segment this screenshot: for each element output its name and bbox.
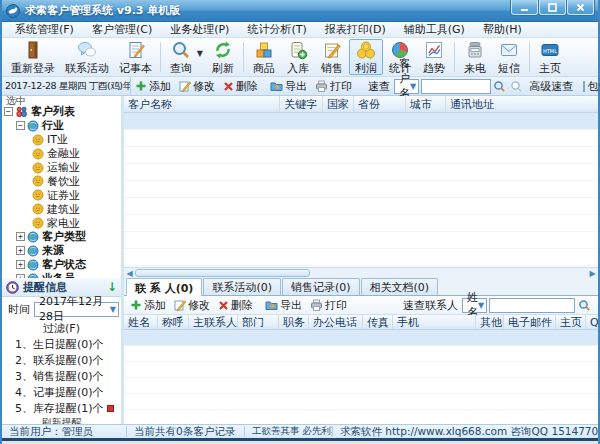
contact-table-body[interactable] [124,330,598,424]
sales-button[interactable]: 销售 [315,39,349,75]
customer-table-body[interactable] [124,113,598,267]
reminder-date-select[interactable]: 2017年12月28日 ▼ [34,302,119,317]
sms-button[interactable]: 短信 [492,39,526,75]
menu-report-print[interactable]: 报表打印(D) [316,22,395,37]
advanced-search-link[interactable]: 高级速查 [525,79,577,94]
contact-quick-search-input[interactable] [489,298,575,313]
quick-search-go-button[interactable] [491,78,508,94]
expand-icon[interactable]: + [16,260,25,269]
column-header[interactable]: 部门 [238,315,279,329]
expand-icon[interactable]: + [16,232,25,241]
incoming-call-button[interactable]: 来电 [458,39,492,75]
tree-leaf-catering[interactable]: 餐饮业 [2,174,121,188]
scrollbar-thumb[interactable] [135,269,310,277]
column-header[interactable]: 关键字 [280,96,323,112]
tab-contacts[interactable]: 联 系 人(0) [126,278,202,296]
menu-tools[interactable]: 辅助工具(G) [395,22,474,37]
menu-customer[interactable]: 客户管理(C) [83,22,161,37]
tree-leaf-appliance[interactable]: 家电业 [2,216,121,230]
tree-branch-source[interactable]: + 来源 [2,244,121,258]
print-button[interactable]: 打印 [311,78,356,94]
column-header[interactable]: 国家 [323,96,354,112]
collapse-icon[interactable]: − [16,121,25,130]
query-dropdown-caret-icon[interactable]: ▼ [197,49,203,58]
column-header[interactable]: QQ [586,315,598,329]
tree-root-customer-list[interactable]: − 客户列表 [2,105,121,119]
contact-quick-search-field-select[interactable]: 姓名 ▼ [462,298,487,313]
chevron-down-icon: ▼ [110,305,116,314]
column-header[interactable]: 办公电话 [309,315,363,329]
add-customer-button[interactable]: 添加 [131,78,175,94]
close-button[interactable] [567,0,594,15]
horizontal-scrollbar[interactable]: ◀ ▶ [124,267,598,278]
tree-leaf-securities[interactable]: 证券业 [2,188,121,202]
refresh-button[interactable]: 刷新 [206,39,240,75]
quick-search-input[interactable] [421,79,491,94]
tree-branch-customer-status[interactable]: + 客户状态 [2,258,121,272]
stock-in-button[interactable]: 入库 [281,39,315,75]
print-contacts-button[interactable]: 打印 [306,297,351,313]
menu-business[interactable]: 业务处理(P) [161,22,238,37]
tree-leaf-finance[interactable]: 金融业 [2,147,121,161]
scroll-right-icon[interactable]: ▶ [587,268,598,278]
edit-customer-button[interactable]: 修改 [175,78,219,94]
contact-reminder-item[interactable]: 2、联系提醒(0)个 [15,353,121,368]
menu-statistics[interactable]: 统计分析(T) [238,22,315,37]
delete-customer-button[interactable]: 删除 [219,78,262,94]
column-header[interactable]: 职务 [279,315,309,329]
clipped-refresh-reminder-button[interactable]: 刷新提醒 [2,417,121,424]
sales-reminder-item[interactable]: 3、销售提醒(0)个 [15,369,121,384]
column-header[interactable]: 姓名 [124,315,158,329]
tab-related-documents[interactable]: 相关文档(0) [361,278,439,295]
column-header[interactable]: 客户名称 [124,96,280,112]
relogin-button[interactable]: 重新登录 [6,39,60,75]
column-header[interactable]: 主页 [556,315,586,329]
export-contacts-button[interactable]: 导出 [261,297,306,313]
quick-search-field-select[interactable]: 客户名称 ▼ [394,79,419,94]
column-header[interactable]: 其他 [476,315,504,329]
trend-button[interactable]: 趋势 [417,39,451,75]
menu-help[interactable]: 帮助(H) [474,22,531,37]
tree-branch-industry[interactable]: − 行业 [2,119,121,133]
quick-search-clear-button[interactable] [508,78,525,94]
contact-quick-search-go-button[interactable] [575,297,594,313]
query-button[interactable]: 查询 ▼ [164,39,198,75]
column-header[interactable]: 主联系人 [189,315,238,329]
menu-system[interactable]: 系统管理(F) [6,22,83,37]
arrow-down-icon[interactable]: ↓ [107,282,117,292]
notepad-button[interactable]: 记事本 [114,39,157,75]
delete-contact-button[interactable]: 删除 [214,297,257,313]
birthday-reminder-item[interactable]: 1、生日提醒(0)个 [15,337,121,352]
goods-button[interactable]: 商品 [247,39,281,75]
statistics-button[interactable]: 统计 [383,39,417,75]
tree-leaf-construction[interactable]: 建筑业 [2,202,121,216]
profit-button[interactable]: 利润 [349,39,383,75]
maximize-button[interactable] [539,0,566,15]
scroll-left-icon[interactable]: ◀ [124,268,135,278]
add-contact-button[interactable]: 添加 [126,297,170,313]
tab-contact-activity[interactable]: 联系活动(0) [203,278,281,295]
column-header[interactable]: 电子邮件 [504,315,556,329]
homepage-button[interactable]: HTML 主页 [533,39,567,75]
column-header[interactable]: 传真 [363,315,393,329]
column-header[interactable]: 称呼 [158,315,189,329]
contact-activity-button[interactable]: 联系活动 [60,39,114,75]
filter-shortcut-label[interactable]: 过滤(F) [2,321,121,336]
middle-section: 选中 − 客户列表 − 行业 IT业 金融业 运输业 [2,96,598,278]
tree-leaf-transport[interactable]: 运输业 [2,161,121,175]
column-header[interactable]: 手机 [393,315,476,329]
collapse-icon[interactable]: − [4,107,13,116]
tab-sales-records[interactable]: 销售记录(0) [282,278,360,295]
html-page-icon: HTML [540,40,560,60]
expand-icon[interactable]: + [16,246,25,255]
stock-reminder-item[interactable]: 5、库存提醒(1)个 [15,401,121,416]
column-header[interactable]: 省份 [354,96,406,112]
minimize-button[interactable] [511,0,538,15]
tree-branch-customer-type[interactable]: + 客户类型 [2,230,121,244]
column-header[interactable]: 通讯地址 [446,96,598,112]
export-button[interactable]: 导出 [266,78,311,94]
column-header[interactable]: 城市 [406,96,446,112]
note-reminder-item[interactable]: 4、记事提醒(0)个 [15,385,121,400]
tree-leaf-it[interactable]: IT业 [2,133,121,147]
edit-contact-button[interactable]: 修改 [170,297,214,313]
